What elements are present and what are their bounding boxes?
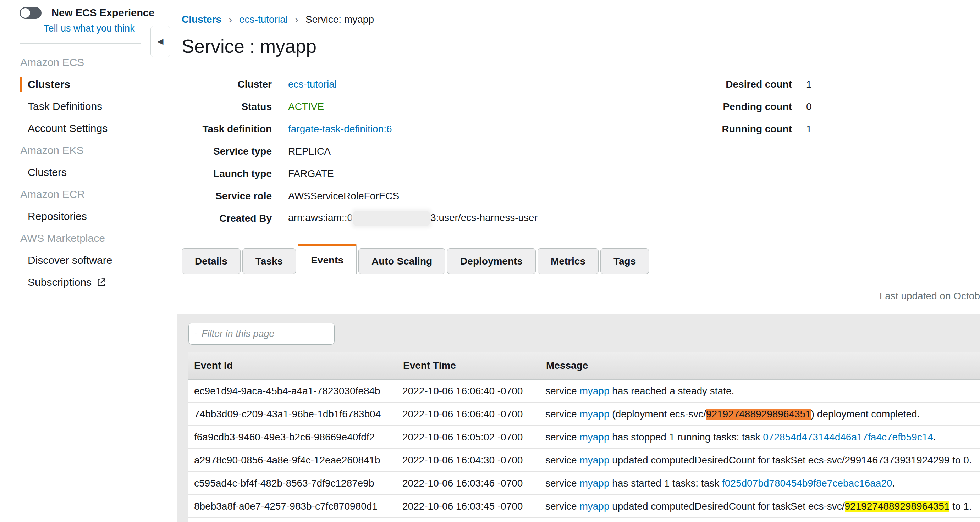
sidebar-item-subscriptions[interactable]: Subscriptions: [0, 271, 161, 293]
sidebar-collapse-button[interactable]: ◀: [150, 25, 170, 57]
count-summary: Desired count1Pending count0Running coun…: [686, 73, 812, 140]
sidebar-item-account-settings[interactable]: Account Settings: [0, 117, 161, 140]
inline-link[interactable]: myapp: [579, 455, 609, 466]
tab-tasks[interactable]: Tasks: [242, 248, 296, 274]
count-label: Running count: [686, 124, 792, 135]
events-table-body: ec9e1d94-9aca-45b4-a4a1-7823030fe84b2022…: [188, 380, 980, 522]
sidebar-item-repositories[interactable]: Repositories: [0, 205, 161, 227]
count-row-running-count: Running count1: [686, 118, 812, 140]
text-segment: updated computedDesiredCount for taskSet…: [609, 455, 972, 466]
tab-metrics[interactable]: Metrics: [538, 248, 598, 274]
sidebar-item-task-definitions[interactable]: Task Definitions: [0, 95, 161, 117]
sidebar: New ECS Experience Tell us what you thin…: [0, 0, 161, 522]
events-toolbar-area: Event Id Event Time Message ec9e1d94-9ac…: [177, 314, 980, 522]
text-segment: REPLICA: [288, 146, 331, 157]
count-value: 1: [806, 124, 812, 135]
sidebar-item-label: Task Definitions: [28, 100, 102, 113]
event-time-cell: 2022-10-06 16:06:40 -0700: [397, 386, 540, 397]
tab-auto-scaling[interactable]: Auto Scaling: [358, 248, 445, 274]
sidebar-item-clusters[interactable]: Clusters: [0, 73, 161, 95]
sidebar-item-discover-software[interactable]: Discover software: [0, 249, 161, 271]
new-ecs-toggle-label: New ECS Experience: [51, 7, 154, 19]
sidebar-nav: Amazon ECSClustersTask DefinitionsAccoun…: [0, 51, 161, 293]
sidebar-item-label: Discover software: [28, 254, 112, 266]
breadcrumb-current: Service: myapp: [305, 14, 374, 25]
detail-field-row-created-by: Created Byarn:aws:iam::03:user/ecs-harne…: [182, 207, 980, 229]
detail-field-value: arn:aws:iam::03:user/ecs-harness-user: [288, 211, 538, 225]
text-segment: AWSServiceRoleForECS: [288, 190, 399, 202]
inline-link[interactable]: ecs-tutorial: [288, 79, 337, 90]
event-time-cell: 2022-10-06 16:06:40 -0700: [397, 409, 540, 420]
detail-field-value: fargate-task-definition:6: [288, 124, 392, 135]
tab-tags[interactable]: Tags: [600, 248, 649, 274]
detail-field-row-status: StatusACTIVE: [182, 95, 980, 118]
inline-link[interactable]: 072854d473144d46a17fa4c7efb59c14: [763, 432, 933, 443]
inline-link[interactable]: myapp: [579, 501, 609, 512]
message-cell: service myapp (deployment ecs-svc/921927…: [540, 409, 980, 420]
table-row: 8beb3a8f-a0e7-4257-983b-c7fc870980d12022…: [188, 495, 980, 518]
inline-link[interactable]: myapp: [579, 386, 609, 397]
text-segment: service: [545, 501, 579, 512]
filter-funnel-icon: [195, 329, 197, 338]
table-row: ec9e1d94-9aca-45b4-a4a1-7823030fe84b2022…: [188, 380, 980, 403]
inline-link[interactable]: myapp: [579, 409, 609, 419]
filter-input[interactable]: [201, 328, 328, 340]
text-segment: service: [545, 432, 579, 443]
table-row: f6a9cdb3-9460-49e3-b2c6-98669e40fdf22022…: [188, 426, 980, 449]
tab-details[interactable]: Details: [182, 248, 240, 274]
table-row: a2978c90-0856-4a8e-9f4c-12eae260841b2022…: [188, 449, 980, 472]
table-row: 923b05c1-30b2-47bb-b535-9d2be22084e42022…: [188, 518, 980, 522]
app-root: New ECS Experience Tell us what you thin…: [0, 0, 980, 522]
new-ecs-experience-row: New ECS Experience: [0, 0, 161, 19]
sidebar-item-label: Repositories: [28, 210, 87, 222]
sidebar-item-label: Clusters: [28, 78, 70, 90]
count-row-desired-count: Desired count1: [686, 73, 812, 95]
sidebar-item-label: Subscriptions: [28, 276, 92, 288]
text-segment: arn:aws:iam::0: [288, 212, 353, 223]
detail-field-value: AWSServiceRoleForECS: [288, 190, 399, 202]
tab-deployments[interactable]: Deployments: [447, 248, 536, 274]
inline-link[interactable]: myapp: [579, 432, 609, 443]
title-divider: [182, 68, 980, 68]
filter-input-wrap: [188, 323, 334, 345]
event-id-cell: 74bb3d09-c209-43a1-96be-1db1f6783b04: [188, 409, 397, 420]
main-content: Clusters › ecs-tutorial › Service: myapp…: [161, 0, 980, 522]
detail-field-row-service-role: Service roleAWSServiceRoleForECS: [182, 185, 980, 207]
column-header-event-time[interactable]: Event Time: [397, 352, 540, 379]
event-id-cell: c595ad4c-bf4f-482b-8563-7df9c1287e9b: [188, 478, 397, 489]
message-cell: service myapp updated computedDesiredCou…: [540, 455, 980, 466]
text-segment: service: [545, 455, 579, 466]
column-header-event-id[interactable]: Event Id: [188, 352, 397, 379]
column-header-message[interactable]: Message: [540, 352, 980, 379]
detail-field-value: REPLICA: [288, 146, 331, 157]
detail-field-value: FARGATE: [288, 168, 334, 179]
event-id-cell: ec9e1d94-9aca-45b4-a4a1-7823030fe84b: [188, 386, 397, 397]
sidebar-item-label: Clusters: [28, 166, 67, 178]
count-row-pending-count: Pending count0: [686, 95, 812, 118]
event-id-cell: f6a9cdb3-9460-49e3-b2c6-98669e40fdf2: [188, 432, 397, 443]
detail-field-label: Launch type: [182, 168, 272, 179]
redacted-value: [353, 211, 430, 225]
breadcrumb-clusters-link[interactable]: Clusters: [182, 14, 221, 25]
message-cell: service myapp has stopped 1 running task…: [540, 432, 980, 443]
message-cell: service myapp updated computedDesiredCou…: [540, 501, 980, 512]
table-row: c595ad4c-bf4f-482b-8563-7df9c1287e9b2022…: [188, 472, 980, 495]
tabs-section: DetailsTasksEventsAuto ScalingDeployment…: [182, 244, 980, 522]
event-id-cell: 8beb3a8f-a0e7-4257-983b-c7fc870980d1: [188, 501, 397, 512]
inline-link[interactable]: fargate-task-definition:6: [288, 124, 392, 135]
collapse-left-icon: ◀: [158, 37, 164, 46]
sidebar-item-clusters[interactable]: Clusters: [0, 161, 161, 183]
sidebar-section-amazon-ecs: Amazon ECS: [0, 51, 161, 73]
table-row: 74bb3d09-c209-43a1-96be-1db1f6783b042022…: [188, 403, 980, 426]
new-ecs-toggle[interactable]: [19, 7, 41, 19]
feedback-link[interactable]: Tell us what you think: [44, 23, 161, 34]
inline-link[interactable]: myapp: [579, 478, 609, 489]
tab-events[interactable]: Events: [298, 244, 356, 274]
breadcrumb-cluster-link[interactable]: ecs-tutorial: [239, 14, 288, 25]
breadcrumb-separator-icon: ›: [229, 13, 232, 25]
detail-field-row-launch-type: Launch typeFARGATE: [182, 162, 980, 185]
detail-field-value: ecs-tutorial: [288, 79, 337, 90]
page-title: Service : myapp: [182, 35, 980, 57]
inline-link[interactable]: f025d07bd780454b9f8e7cebac16aa20: [722, 478, 892, 489]
external-link-icon: [97, 278, 106, 287]
